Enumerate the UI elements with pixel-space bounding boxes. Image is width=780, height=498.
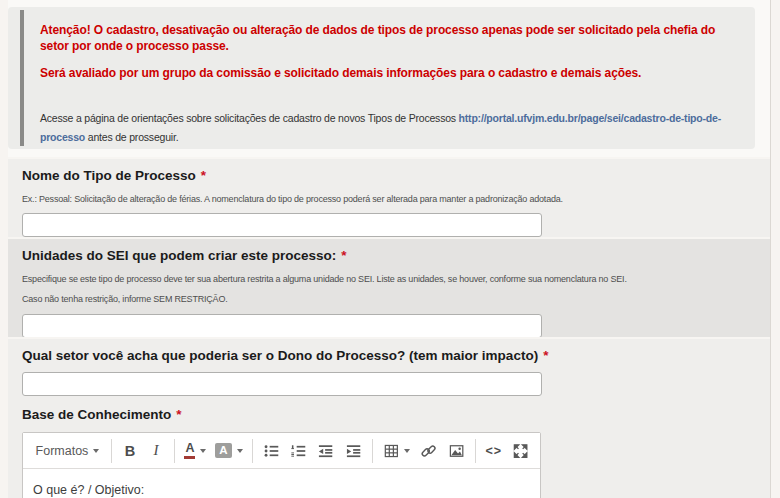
warning-text-2: Será avaliado por um grupo da comissão e… xyxy=(40,65,739,81)
numbered-list-button[interactable] xyxy=(285,438,312,464)
question-help-line1: Especifique se este tipo de processo dev… xyxy=(22,273,756,285)
notice-info-text: Acesse a página de orientações sobre sol… xyxy=(40,109,739,147)
notice-section: Atenção! O cadastro, desativação ou alte… xyxy=(8,0,770,157)
question-label-text: Unidades do SEI que podem criar este pro… xyxy=(22,248,336,263)
question-base-conhecimento: Base de Conhecimento* Formatos B I A xyxy=(8,399,770,498)
question-unidades-sei: Unidades do SEI que podem criar este pro… xyxy=(8,237,770,337)
question-nome-tipo-processo: Nome do Tipo de Processo* Ex.: Pessoal: … xyxy=(8,157,770,237)
text-color-button[interactable]: A xyxy=(180,438,211,464)
toolbar-divider xyxy=(111,439,112,463)
editor-toolbar: Formatos B I A A xyxy=(23,433,540,469)
question-label: Nome do Tipo de Processo* xyxy=(22,167,756,184)
required-asterisk: * xyxy=(201,168,206,183)
required-asterisk: * xyxy=(543,348,548,363)
question-label: Unidades do SEI que podem criar este pro… xyxy=(22,247,756,264)
italic-button[interactable]: I xyxy=(143,438,169,464)
question-dono-processo: Qual setor você acha que poderia ser o D… xyxy=(8,337,770,399)
warning-text-1: Atenção! O cadastro, desativação ou alte… xyxy=(40,22,739,54)
question-help: Ex.: Pessoal: Solicitação de alteração d… xyxy=(22,193,756,205)
fullscreen-button[interactable] xyxy=(507,438,534,464)
background-color-button[interactable]: A xyxy=(211,438,247,464)
question-help-line2: Caso não tenha restrição, informe SEM RE… xyxy=(22,293,756,305)
link-icon xyxy=(420,442,437,460)
form-page: Atenção! O cadastro, desativação ou alte… xyxy=(0,0,780,498)
notice-left-bar xyxy=(20,10,24,146)
chevron-down-icon xyxy=(404,449,410,453)
nome-tipo-processo-input[interactable] xyxy=(22,213,542,237)
source-code-button[interactable]: <> xyxy=(481,438,507,464)
notice-box: Atenção! O cadastro, desativação ou alte… xyxy=(8,7,755,149)
notice-info-suffix: antes de prosseguir. xyxy=(88,131,179,143)
bullet-list-icon xyxy=(263,442,280,460)
required-asterisk: * xyxy=(341,248,346,263)
toolbar-divider xyxy=(174,439,175,463)
increase-indent-icon xyxy=(345,442,362,460)
question-label: Base de Conhecimento* xyxy=(22,406,756,423)
question-label: Qual setor você acha que poderia ser o D… xyxy=(22,347,756,364)
toolbar-divider xyxy=(252,439,253,463)
bullet-list-button[interactable] xyxy=(258,438,285,464)
image-icon xyxy=(448,442,465,460)
table-button[interactable] xyxy=(378,438,416,464)
source-code-icon: <> xyxy=(486,444,503,458)
chevron-down-icon xyxy=(93,449,99,453)
chevron-down-icon xyxy=(237,449,243,453)
unidades-sei-input[interactable] xyxy=(22,314,542,338)
chevron-down-icon xyxy=(200,449,206,453)
question-label-text: Nome do Tipo de Processo xyxy=(22,168,196,183)
formats-dropdown[interactable]: Formatos xyxy=(29,438,106,464)
toolbar-divider xyxy=(475,439,476,463)
editor-content-text: O que é? / Objetivo: xyxy=(33,482,530,498)
question-label-text: Qual setor você acha que poderia ser o D… xyxy=(22,348,538,363)
decrease-indent-icon xyxy=(317,442,334,460)
dono-processo-input[interactable] xyxy=(22,372,542,396)
increase-indent-button[interactable] xyxy=(340,438,367,464)
numbered-list-icon xyxy=(290,442,307,460)
fullscreen-icon xyxy=(512,442,529,460)
editor-content-area[interactable]: O que é? / Objetivo: xyxy=(23,469,540,498)
background-color-icon: A xyxy=(215,443,231,458)
bold-icon: B xyxy=(125,443,135,459)
table-icon xyxy=(383,442,400,460)
form-column: Atenção! O cadastro, desativação ou alte… xyxy=(8,0,771,498)
insert-image-button[interactable] xyxy=(443,438,470,464)
rich-text-editor: Formatos B I A A xyxy=(22,432,541,498)
text-color-icon: A xyxy=(184,442,195,459)
question-label-text: Base de Conhecimento xyxy=(22,407,171,422)
toolbar-divider xyxy=(372,439,373,463)
notice-info-prefix: Acesse a página de orientações sobre sol… xyxy=(40,112,456,124)
formats-label: Formatos xyxy=(36,444,89,458)
required-asterisk: * xyxy=(176,407,181,422)
italic-icon: I xyxy=(153,442,158,459)
decrease-indent-button[interactable] xyxy=(312,438,339,464)
bold-button[interactable]: B xyxy=(117,438,143,464)
insert-link-button[interactable] xyxy=(415,438,442,464)
